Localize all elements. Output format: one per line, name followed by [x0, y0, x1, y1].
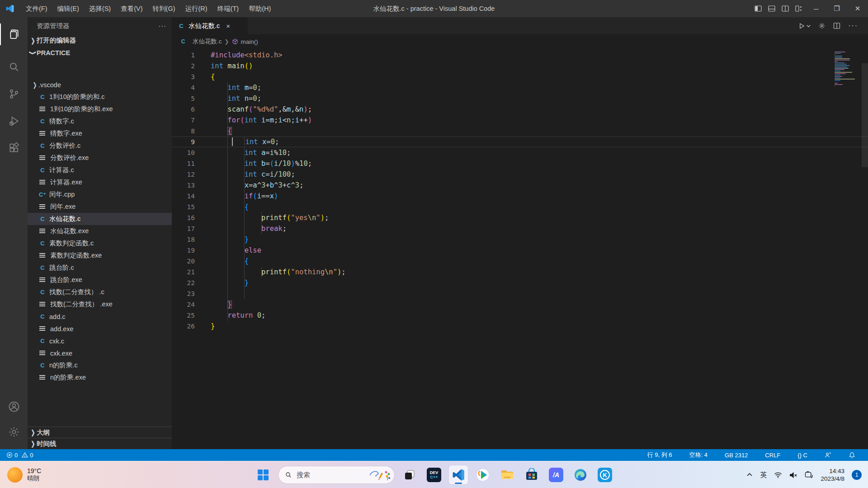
code-line[interactable]: 6 scanf("%d%d",&m,&n);: [172, 104, 868, 115]
code-line[interactable]: 13 x=a^3+b^3+c^3;: [172, 180, 868, 191]
code-line[interactable]: 5 int n=0;: [172, 93, 868, 104]
toggle-panel-icon[interactable]: [765, 0, 778, 17]
file-row[interactable]: C计算器.c: [28, 164, 172, 176]
language-mode[interactable]: {} C: [797, 452, 807, 459]
file-row[interactable]: 跳台阶.exe: [28, 274, 172, 286]
source-control-icon[interactable]: [0, 83, 28, 105]
feedback-icon[interactable]: [825, 452, 831, 459]
file-row[interactable]: n的阶乘.exe: [28, 371, 172, 384]
devcpp-app[interactable]: DEV C++: [425, 465, 443, 484]
file-row[interactable]: 闰年.exe: [28, 201, 172, 213]
ma-app[interactable]: /A: [547, 465, 566, 484]
start-button[interactable]: [254, 465, 273, 484]
account-icon[interactable]: [0, 396, 28, 418]
breadcrumb-symbol[interactable]: main(): [241, 38, 258, 45]
taskbar-search[interactable]: 搜索: [278, 466, 395, 484]
tab-active[interactable]: C 水仙花数.c ×: [172, 17, 248, 34]
menu-run[interactable]: 运行(R): [180, 0, 212, 17]
file-explorer-app[interactable]: [498, 465, 517, 484]
code-line[interactable]: 8 {: [172, 126, 868, 136]
file-row[interactable]: 猜数字.exe: [28, 127, 172, 140]
code-line[interactable]: 10 int a=i%10;: [172, 147, 868, 158]
sync-photos-icon[interactable]: [805, 471, 813, 479]
file-row[interactable]: C猜数字.c: [28, 115, 172, 127]
indentation[interactable]: 空格: 4: [689, 451, 708, 459]
close-tab-icon[interactable]: ×: [226, 22, 230, 30]
file-row[interactable]: 1到10的阶乘的和.exe: [28, 103, 172, 115]
code-line[interactable]: 15 {: [172, 202, 868, 212]
split-editor-icon[interactable]: [833, 22, 840, 29]
file-row[interactable]: C分数评价.c: [28, 140, 172, 152]
code-line[interactable]: 25 return 0;: [172, 310, 868, 321]
search-icon[interactable]: [0, 56, 28, 78]
file-row[interactable]: 水仙花数.exe: [28, 225, 172, 237]
run-button[interactable]: [798, 23, 811, 29]
file-row[interactable]: C跳台阶.c: [28, 262, 172, 274]
code-line[interactable]: 4 int m=0;: [172, 82, 868, 93]
restore-button[interactable]: ❐: [826, 0, 847, 17]
toggle-secondary-sidebar-icon[interactable]: [778, 0, 792, 17]
code-line[interactable]: 1#include<stdio.h>: [172, 50, 868, 61]
extensions-icon[interactable]: [0, 137, 28, 159]
encoding[interactable]: GB 2312: [725, 452, 748, 459]
menu-selection[interactable]: 选择(S): [84, 0, 116, 17]
code-line[interactable]: 23: [172, 288, 868, 299]
code-line[interactable]: 21 printf("nothing\n");: [172, 267, 868, 277]
more-actions-icon[interactable]: ···: [848, 22, 858, 30]
menu-goto[interactable]: 转到(G): [148, 0, 180, 17]
outline-section[interactable]: ❯ 大纲: [28, 427, 172, 438]
code-line[interactable]: 22 }: [172, 277, 868, 288]
menu-file[interactable]: 文件(F): [21, 0, 52, 17]
kugou-app[interactable]: K: [595, 465, 614, 484]
code-line[interactable]: 20 {: [172, 256, 868, 267]
run-settings-gear-icon[interactable]: [818, 22, 826, 29]
edge-app[interactable]: [571, 465, 590, 484]
code-line[interactable]: 18 }: [172, 234, 868, 245]
menu-terminal[interactable]: 终端(T): [212, 0, 244, 17]
breadcrumb[interactable]: C 水仙花数.c ❯ main(): [172, 34, 868, 49]
code-line[interactable]: 16 printf("yes\n");: [172, 212, 868, 223]
menu-edit[interactable]: 编辑(E): [52, 0, 84, 17]
run-debug-icon[interactable]: [0, 110, 28, 132]
customize-layout-icon[interactable]: [792, 0, 806, 17]
tencent-video-app[interactable]: [473, 465, 492, 484]
tray-expand-chevron-icon[interactable]: [746, 472, 753, 478]
eol-sequence[interactable]: CRLF: [765, 452, 780, 459]
code-line[interactable]: 17 break;: [172, 223, 868, 234]
volume-muted-icon[interactable]: [789, 472, 797, 479]
file-row[interactable]: 分数评价.exe: [28, 152, 172, 164]
file-row[interactable]: 计算器.exe: [28, 176, 172, 188]
file-row[interactable]: Cn的阶乘.c: [28, 359, 172, 371]
minimap[interactable]: [835, 52, 856, 87]
code-line[interactable]: 2int main(): [172, 61, 868, 71]
wifi-icon[interactable]: [774, 472, 782, 479]
file-row[interactable]: cxk.exe: [28, 347, 172, 359]
weather-widget[interactable]: 19°C 晴朗: [7, 461, 41, 488]
problems-indicator[interactable]: 0 0: [6, 452, 33, 459]
settings-gear-icon[interactable]: [0, 421, 28, 443]
notifications-bell-icon[interactable]: [849, 452, 855, 459]
open-editors-section[interactable]: ❯ 打开的编辑器: [28, 34, 172, 47]
explorer-more-icon[interactable]: ···: [159, 22, 167, 29]
code-line[interactable]: 12 int c=i/100;: [172, 169, 868, 180]
timeline-section[interactable]: ❯ 时间线: [28, 438, 172, 449]
code-line[interactable]: 11 int b=(i/10)%10;: [172, 158, 868, 169]
menu-help[interactable]: 帮助(H): [244, 0, 276, 17]
clock[interactable]: 14:43 2023/4/8: [821, 467, 844, 483]
code-line[interactable]: 26}: [172, 321, 868, 332]
ime-indicator[interactable]: 英: [760, 471, 767, 479]
scrollbar-thumb[interactable]: [862, 63, 868, 167]
minimize-button[interactable]: ─: [806, 0, 826, 17]
file-row[interactable]: Cadd.c: [28, 310, 172, 323]
explorer-icon[interactable]: [0, 23, 28, 45]
file-row[interactable]: C⁺闰年.cpp: [28, 188, 172, 201]
code-area[interactable]: 1#include<stdio.h>2int main()3{4 int m=0…: [172, 50, 868, 449]
file-row[interactable]: Ccxk.c: [28, 335, 172, 347]
file-row[interactable]: C1到10的阶乘的和.c: [28, 91, 172, 103]
microsoft-store-app[interactable]: [522, 465, 541, 484]
toggle-sidebar-icon[interactable]: [751, 0, 765, 17]
code-line[interactable]: 3{: [172, 71, 868, 82]
file-row[interactable]: 找数(二分查找） .exe: [28, 298, 172, 310]
code-line[interactable]: 24 }: [172, 299, 868, 310]
project-section[interactable]: ❯ PRACTICE: [28, 47, 172, 59]
